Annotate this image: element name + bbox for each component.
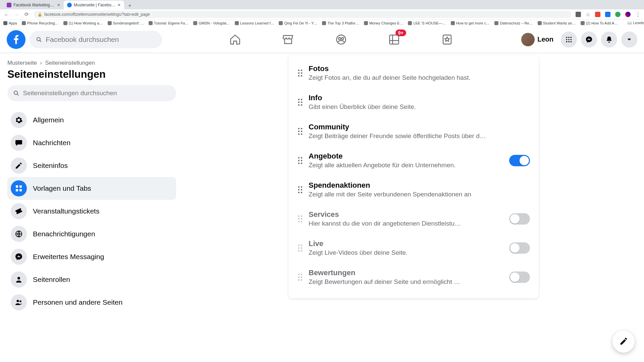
new-tab-button[interactable]: +	[126, 2, 133, 9]
breadcrumb-root[interactable]: Musterseite	[7, 60, 37, 66]
bookmark[interactable]: (2) How To Add A…	[581, 21, 618, 25]
bookmark[interactable]: (1) How Working a…	[63, 21, 103, 25]
drag-handle-icon[interactable]	[297, 99, 303, 106]
nav-bookmarks[interactable]	[439, 32, 455, 48]
bookmark[interactable]: The Top 3 Platfor…	[322, 21, 359, 25]
fb-search-input[interactable]	[46, 36, 156, 44]
compose-fab[interactable]	[612, 330, 635, 353]
close-icon[interactable]: ✕	[117, 3, 121, 7]
extension-icon[interactable]	[605, 12, 610, 17]
toggle-angebote[interactable]	[509, 155, 530, 166]
svg-point-16	[14, 91, 17, 95]
sidebar-item-general[interactable]: Allgemein	[7, 109, 176, 131]
extension-icon[interactable]	[615, 12, 621, 17]
bookmarks-bar: AppsPhone Recycling…(1) How Working a…So…	[0, 19, 644, 26]
apps-icon[interactable]: Apps	[3, 21, 17, 25]
sidebar-item-notifications[interactable]: Benachrichtigungen	[7, 223, 176, 245]
bookmark[interactable]: Phone Recycling…	[22, 21, 59, 25]
nav-marketplace[interactable]	[280, 32, 296, 48]
nav-home[interactable]	[227, 32, 243, 48]
forward-icon[interactable]: →	[13, 12, 19, 17]
bookmark[interactable]: Student Wants an…	[538, 21, 576, 25]
drag-handle-icon[interactable]	[297, 274, 303, 281]
tab-row-text: Community Zeigt Beiträge deiner Freunde …	[309, 123, 530, 140]
sidebar-item-label: Seiteninfos	[33, 162, 68, 170]
browser-tab-1[interactable]: Musterseite | Facebook ✕	[64, 1, 124, 9]
svg-point-56	[301, 189, 302, 190]
bookmark[interactable]: How to get more c…	[451, 21, 490, 25]
reload-icon[interactable]: ⟳	[23, 11, 30, 17]
tab-row-info[interactable]: Info Gibt einen Überblick über deine Sei…	[288, 87, 539, 117]
profile-chip[interactable]: Leon	[520, 32, 557, 48]
drag-handle-icon[interactable]	[297, 69, 303, 77]
sidebar-item-tickets[interactable]: Veranstaltungstickets	[7, 200, 176, 223]
drag-handle-icon[interactable]	[297, 215, 303, 223]
star-icon[interactable]: ☆	[586, 11, 590, 18]
drag-handle-icon[interactable]	[297, 157, 303, 164]
nav-gaming[interactable]: 9+	[386, 32, 402, 48]
tab-row-angebote[interactable]: Angebote Zeigt alle aktuellen Angebote f…	[288, 146, 539, 175]
svg-point-39	[298, 104, 300, 106]
tab-row-services[interactable]: Services Hier kannst du die von dir ange…	[288, 204, 539, 233]
svg-point-59	[298, 215, 300, 217]
account-dropdown[interactable]	[621, 32, 637, 48]
sidebar-item-roles[interactable]: Seitenrollen	[7, 268, 176, 291]
back-icon[interactable]: ←	[3, 12, 9, 17]
settings-search-input[interactable]	[23, 89, 171, 97]
sidebar-item-messages[interactable]: Nachrichten	[7, 131, 176, 154]
sidebar-item-label: Nachrichten	[33, 139, 70, 147]
settings-search[interactable]	[7, 85, 176, 101]
toggle-bewertungen[interactable]	[509, 272, 530, 283]
url-bar[interactable]: 🔒 facebook.com/offiziellemusterseite/set…	[34, 11, 572, 18]
tab-row-text: Fotos Zeigt Fotos an, die du auf deiner …	[309, 64, 530, 81]
zoom-icon[interactable]	[576, 12, 581, 17]
tab-title: Facebook Marketing & Werbe…	[13, 3, 55, 7]
profile-icon[interactable]	[625, 12, 631, 17]
bookmark[interactable]: Qing Fei De Yi - Y…	[279, 21, 317, 25]
tab-row-text: Bewertungen Zeigt Bewertungen auf deiner…	[309, 268, 504, 286]
sidebar-item-people[interactable]: Personen und andere Seiten	[7, 291, 176, 314]
sidebar-item-templates[interactable]: Vorlagen und Tabs	[7, 177, 176, 200]
tab-row-fotos[interactable]: Fotos Zeigt Fotos an, die du auf deiner …	[288, 58, 539, 87]
fb-header: 9+ Leon	[0, 26, 644, 53]
svg-point-14	[568, 41, 570, 42]
person-icon	[11, 272, 27, 288]
tab-row-bewertungen[interactable]: Bewertungen Zeigt Bewertungen auf deiner…	[288, 262, 539, 292]
toggle-services[interactable]	[509, 213, 530, 225]
toolbar-icons: ☆ ⋮	[576, 11, 641, 18]
bookmark[interactable]: Money Changes E…	[364, 21, 404, 25]
tab-row-community[interactable]: Community Zeigt Beiträge deiner Freunde …	[288, 117, 539, 146]
sidebar-item-advmsg[interactable]: Erweitertes Messaging	[7, 245, 176, 268]
drag-handle-icon[interactable]	[297, 244, 303, 252]
bookmark[interactable]: Datenschutz – Re…	[494, 21, 533, 25]
menu-button[interactable]	[561, 32, 577, 48]
reading-list[interactable]: 📖 Leseliste	[627, 21, 644, 25]
close-icon[interactable]: ✕	[57, 3, 60, 7]
ticket-icon	[11, 203, 27, 219]
facebook-logo[interactable]	[7, 30, 25, 49]
tab-strip: Facebook Marketing & Werbe… ✕ Musterseit…	[0, 0, 644, 9]
svg-point-46	[301, 133, 302, 135]
extension-icon[interactable]	[595, 12, 600, 17]
tab-row-spenden[interactable]: Spendenaktionen Zeigt alle mit der Seite…	[288, 175, 539, 204]
tab-row-live[interactable]: Live Zeigt Live-Videos über deine Seite.	[288, 233, 539, 262]
breadcrumb: Musterseite › Seiteneinstellungen	[7, 60, 176, 66]
drag-handle-icon[interactable]	[297, 128, 303, 135]
drag-handle-icon[interactable]	[297, 186, 303, 193]
bookmark[interactable]: Tutorial: Eigene Fa…	[149, 21, 189, 25]
bookmark[interactable]: LEE 'S HOUSE—…	[408, 21, 446, 25]
toggle-live[interactable]	[509, 242, 530, 254]
sidebar-item-pageinfo[interactable]: Seiteninfos	[7, 154, 176, 177]
browser-tab-0[interactable]: Facebook Marketing & Werbe… ✕	[3, 1, 64, 9]
messenger-button[interactable]	[581, 32, 597, 48]
nav-groups[interactable]	[333, 32, 349, 48]
url-text: facebook.com/offiziellemusterseite/setti…	[44, 12, 150, 17]
notifications-button[interactable]	[601, 32, 617, 48]
bookmark[interactable]: GMSN - Vologda…	[193, 21, 230, 25]
bookmark[interactable]: Sonderangebot! …	[108, 21, 144, 25]
kebab-icon[interactable]: ⋮	[635, 11, 641, 18]
bookmark[interactable]: Lessons Learned f…	[235, 21, 274, 25]
left-sidebar: Musterseite › Seiteneinstellungen Seiten…	[0, 53, 181, 362]
fb-search[interactable]	[30, 31, 162, 48]
gear-icon	[11, 112, 27, 128]
